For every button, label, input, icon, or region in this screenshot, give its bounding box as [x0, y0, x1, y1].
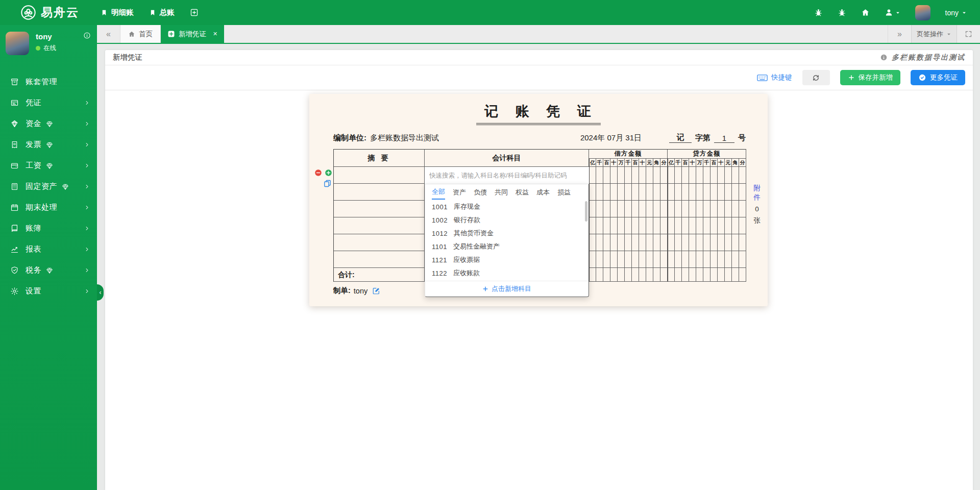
debit-amount-cell[interactable]: [639, 234, 646, 251]
sidebar-item-settings[interactable]: 设置: [0, 281, 97, 302]
scrollbar-thumb[interactable]: [585, 201, 587, 222]
credit-amount-cell[interactable]: [718, 234, 725, 251]
info-circle-icon[interactable]: [880, 54, 888, 61]
credit-amount-cell[interactable]: [675, 167, 682, 184]
credit-amount-cell[interactable]: [739, 184, 746, 201]
debit-amount-cell[interactable]: [660, 234, 668, 251]
credit-amount-cell[interactable]: [703, 217, 710, 234]
credit-amount-cell[interactable]: [703, 167, 710, 184]
account-tab-成本[interactable]: 成本: [536, 185, 550, 199]
debit-amount-cell[interactable]: [646, 184, 653, 201]
sidebar-item-tax[interactable]: 税务: [0, 260, 97, 281]
debit-amount-cell[interactable]: [660, 201, 668, 217]
debit-amount-cell[interactable]: [653, 217, 660, 234]
credit-amount-cell[interactable]: [675, 251, 682, 268]
account-tab-全部[interactable]: 全部: [432, 185, 445, 200]
debit-amount-cell[interactable]: [646, 234, 653, 251]
debit-amount-cell[interactable]: [610, 217, 618, 234]
debit-amount-cell[interactable]: [632, 251, 639, 268]
debit-amount-cell[interactable]: [653, 251, 660, 268]
credit-amount-cell[interactable]: [732, 234, 739, 251]
debit-amount-cell[interactable]: [596, 167, 603, 184]
credit-amount-cell[interactable]: [689, 201, 696, 217]
debit-amount-cell[interactable]: [625, 217, 632, 234]
account-option-1122[interactable]: 1122应收账款: [425, 266, 589, 280]
debit-amount-cell[interactable]: [625, 201, 632, 217]
sidebar-item-account-sets[interactable]: 账套管理: [0, 71, 97, 92]
debit-amount-cell[interactable]: [589, 167, 596, 184]
voucher-date[interactable]: 2024年 07月 31日: [580, 133, 642, 143]
credit-amount-cell[interactable]: [696, 201, 703, 217]
summary-cell[interactable]: [334, 184, 425, 201]
debit-amount-cell[interactable]: [589, 201, 596, 217]
credit-amount-cell[interactable]: [675, 234, 682, 251]
debit-amount-cell[interactable]: [639, 201, 646, 217]
sidebar-item-period-end[interactable]: 期末处理: [0, 197, 97, 218]
sidebar-item-fixed-assets[interactable]: 固定资产: [0, 176, 97, 197]
debit-amount-cell[interactable]: [603, 201, 610, 217]
nav-menu-detail-ledger[interactable]: 明细账: [101, 8, 134, 17]
debit-amount-cell[interactable]: [589, 251, 596, 268]
debit-amount-cell[interactable]: [596, 201, 603, 217]
debit-amount-cell[interactable]: [646, 251, 653, 268]
debit-amount-cell[interactable]: [632, 201, 639, 217]
credit-amount-cell[interactable]: [668, 251, 675, 268]
credit-amount-cell[interactable]: [725, 201, 732, 217]
debit-amount-cell[interactable]: [589, 217, 596, 234]
debit-amount-cell[interactable]: [610, 201, 618, 217]
credit-amount-cell[interactable]: [668, 234, 675, 251]
account-tab-共同[interactable]: 共同: [495, 185, 508, 199]
credit-amount-cell[interactable]: [668, 167, 675, 184]
credit-amount-cell[interactable]: [732, 167, 739, 184]
debit-amount-cell[interactable]: [618, 251, 625, 268]
debit-amount-cell[interactable]: [618, 201, 625, 217]
credit-amount-cell[interactable]: [739, 234, 746, 251]
credit-amount-cell[interactable]: [739, 217, 746, 234]
debit-amount-cell[interactable]: [603, 217, 610, 234]
debit-amount-cell[interactable]: [610, 234, 618, 251]
credit-amount-cell[interactable]: [732, 251, 739, 268]
credit-amount-cell[interactable]: [682, 201, 689, 217]
credit-amount-cell[interactable]: [689, 234, 696, 251]
debit-amount-cell[interactable]: [660, 251, 668, 268]
credit-amount-cell[interactable]: [696, 251, 703, 268]
debit-amount-cell[interactable]: [660, 217, 668, 234]
credit-amount-cell[interactable]: [710, 184, 718, 201]
avatar[interactable]: [6, 32, 29, 55]
brand[interactable]: 易舟云: [20, 5, 79, 20]
account-tab-负债[interactable]: 负债: [474, 185, 487, 199]
edit-icon[interactable]: [372, 287, 380, 295]
debit-amount-cell[interactable]: [589, 234, 596, 251]
nav-menu-add-tab[interactable]: [190, 8, 199, 17]
debit-amount-cell[interactable]: [610, 167, 618, 184]
credit-amount-cell[interactable]: [689, 251, 696, 268]
credit-amount-cell[interactable]: [732, 217, 739, 234]
shortcut-keys-button[interactable]: 快捷键: [757, 73, 792, 82]
credit-amount-cell[interactable]: [682, 251, 689, 268]
credit-amount-cell[interactable]: [718, 167, 725, 184]
remove-row-icon[interactable]: [314, 169, 322, 177]
credit-amount-cell[interactable]: [682, 234, 689, 251]
summary-cell[interactable]: [334, 234, 425, 251]
credit-amount-cell[interactable]: [696, 184, 703, 201]
debit-amount-cell[interactable]: [632, 217, 639, 234]
credit-amount-cell[interactable]: [675, 201, 682, 217]
bug-icon[interactable]: [838, 8, 846, 17]
sidebar-item-invoices[interactable]: 发票: [0, 134, 97, 155]
sidebar-item-vouchers[interactable]: 凭证: [0, 92, 97, 113]
credit-amount-cell[interactable]: [696, 217, 703, 234]
user-switch-menu[interactable]: [885, 8, 900, 17]
sidebar-item-ledgers[interactable]: 账簿: [0, 218, 97, 239]
credit-amount-cell[interactable]: [732, 184, 739, 201]
credit-amount-cell[interactable]: [718, 184, 725, 201]
debit-amount-cell[interactable]: [660, 167, 668, 184]
credit-amount-cell[interactable]: [689, 184, 696, 201]
summary-cell[interactable]: [334, 217, 425, 234]
account-option-1121[interactable]: 1121应收票据: [425, 253, 589, 266]
debit-amount-cell[interactable]: [603, 251, 610, 268]
credit-amount-cell[interactable]: [725, 184, 732, 201]
debit-amount-cell[interactable]: [625, 184, 632, 201]
account-tab-损益[interactable]: 损益: [557, 185, 571, 199]
credit-amount-cell[interactable]: [710, 217, 718, 234]
credit-amount-cell[interactable]: [689, 167, 696, 184]
